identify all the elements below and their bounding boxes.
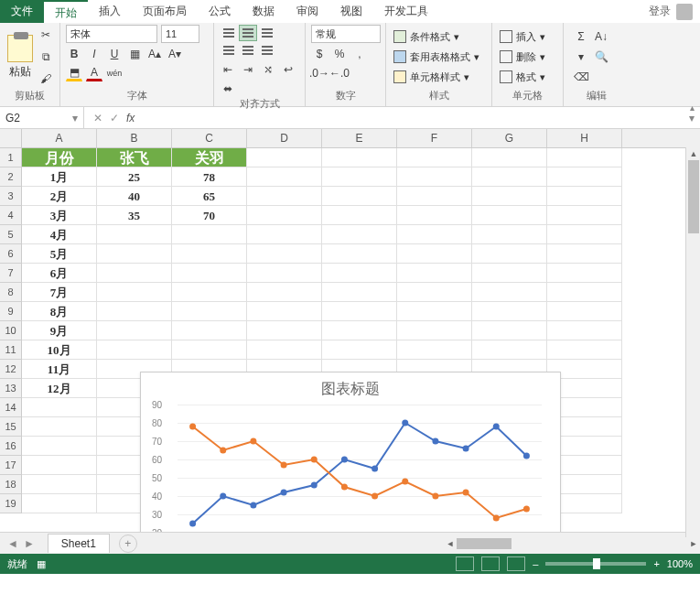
cell[interactable] — [172, 283, 247, 302]
cell[interactable] — [547, 187, 622, 206]
chart-object[interactable]: 图表标题 0102030405060708090 1月2月3月4月5月6月7月8… — [140, 372, 561, 532]
underline-button[interactable]: U — [106, 46, 123, 62]
cell[interactable] — [547, 148, 622, 167]
sheet-tab[interactable]: Sheet1 — [48, 534, 110, 553]
cell[interactable]: 10月 — [22, 340, 97, 360]
col-header[interactable]: F — [397, 129, 472, 147]
increase-decimal-button[interactable]: .0→ — [311, 65, 328, 81]
page-break-view-button[interactable] — [507, 556, 525, 571]
zoom-level[interactable]: 100% — [667, 558, 693, 569]
phonetic-button[interactable]: wén — [106, 65, 123, 81]
row-header[interactable]: 10 — [0, 321, 22, 340]
cell[interactable] — [247, 148, 322, 167]
sort-filter-button[interactable]: A↓ — [593, 28, 609, 45]
row-header[interactable]: 4 — [0, 206, 22, 225]
cell[interactable] — [397, 206, 472, 225]
fill-color-button[interactable]: ⬒ — [66, 65, 82, 81]
cell[interactable] — [397, 264, 472, 283]
cell[interactable] — [322, 187, 397, 206]
align-top-right[interactable] — [258, 25, 276, 41]
cell[interactable] — [547, 244, 622, 264]
row-header[interactable]: 15 — [0, 417, 22, 437]
cell[interactable]: 张飞 — [97, 148, 172, 167]
align-top-left[interactable] — [220, 25, 238, 41]
scroll-up-icon[interactable]: ▲ — [686, 147, 700, 160]
cell[interactable] — [322, 264, 397, 283]
cell[interactable] — [472, 283, 547, 302]
row-header[interactable]: 8 — [0, 283, 22, 302]
cell[interactable]: 65 — [172, 187, 247, 206]
cell[interactable] — [247, 225, 322, 244]
collapse-ribbon-button[interactable]: ▴ — [690, 103, 695, 113]
cell[interactable] — [397, 148, 472, 167]
cell[interactable] — [172, 225, 247, 244]
cell[interactable] — [247, 302, 322, 321]
cell[interactable] — [397, 167, 472, 187]
col-header[interactable]: G — [472, 129, 547, 147]
cell[interactable]: 25 — [97, 167, 172, 187]
cell[interactable]: 5月 — [22, 244, 97, 264]
cell[interactable] — [172, 321, 247, 340]
cell[interactable] — [472, 225, 547, 244]
normal-view-button[interactable] — [456, 556, 474, 571]
clear-button[interactable]: ⌫ — [573, 69, 589, 85]
col-header[interactable]: E — [322, 129, 397, 147]
percent-format-button[interactable]: % — [331, 46, 348, 62]
row-header[interactable]: 7 — [0, 264, 22, 283]
wrap-text-button[interactable]: ↩ — [280, 61, 296, 78]
col-header[interactable]: H — [547, 129, 622, 147]
number-format-select[interactable]: 常规 — [311, 25, 381, 43]
font-color-button[interactable]: A — [86, 65, 102, 81]
cell[interactable] — [97, 225, 172, 244]
cell[interactable] — [22, 398, 97, 417]
cell[interactable] — [22, 437, 97, 456]
cell[interactable] — [22, 494, 97, 513]
row-header[interactable]: 16 — [0, 437, 22, 456]
tab-view[interactable]: 视图 — [329, 0, 373, 23]
cell[interactable] — [397, 244, 472, 264]
cell[interactable] — [247, 283, 322, 302]
cell[interactable]: 3月 — [22, 206, 97, 225]
cell[interactable] — [247, 206, 322, 225]
scroll-left-icon[interactable]: ◄ — [444, 537, 457, 550]
cell[interactable] — [547, 225, 622, 244]
increase-indent-button[interactable]: ⇥ — [240, 61, 256, 78]
name-box[interactable]: G2▾ — [0, 107, 84, 128]
cell[interactable] — [397, 302, 472, 321]
cell[interactable] — [322, 225, 397, 244]
h-scroll-thumb[interactable] — [457, 538, 512, 549]
paste-button[interactable]: 粘贴 — [5, 25, 34, 89]
cell[interactable] — [472, 264, 547, 283]
user-icon[interactable] — [676, 4, 693, 20]
bold-button[interactable]: B — [66, 46, 82, 62]
cell[interactable] — [322, 244, 397, 264]
font-name-select[interactable]: 宋体 — [66, 25, 157, 43]
cell[interactable] — [397, 187, 472, 206]
fill-button[interactable]: ▾ — [573, 49, 589, 65]
tab-review[interactable]: 审阅 — [285, 0, 329, 23]
cancel-formula-icon[interactable]: ✕ — [93, 112, 102, 124]
tab-developer[interactable]: 开发工具 — [373, 0, 439, 23]
cell[interactable] — [397, 321, 472, 340]
cell[interactable] — [247, 187, 322, 206]
cell[interactable] — [97, 283, 172, 302]
row-header[interactable]: 3 — [0, 187, 22, 206]
cell[interactable] — [472, 167, 547, 187]
cell[interactable]: 70 — [172, 206, 247, 225]
accounting-format-button[interactable]: $ — [311, 46, 328, 62]
row-header[interactable]: 14 — [0, 398, 22, 417]
row-header[interactable]: 9 — [0, 302, 22, 321]
tab-home[interactable]: 开始 — [44, 0, 88, 23]
row-header[interactable]: 1 — [0, 148, 22, 167]
conditional-format-button[interactable]: 条件格式▾ — [392, 27, 486, 46]
col-header[interactable]: D — [247, 129, 322, 147]
select-all-corner[interactable] — [0, 129, 22, 147]
cell[interactable] — [172, 302, 247, 321]
cell[interactable] — [247, 167, 322, 187]
cell[interactable] — [472, 321, 547, 340]
cell[interactable]: 35 — [97, 206, 172, 225]
font-size-select[interactable]: 11 — [161, 25, 199, 43]
tab-formulas[interactable]: 公式 — [198, 0, 242, 23]
border-button[interactable]: ▦ — [126, 46, 143, 62]
cell[interactable] — [322, 321, 397, 340]
